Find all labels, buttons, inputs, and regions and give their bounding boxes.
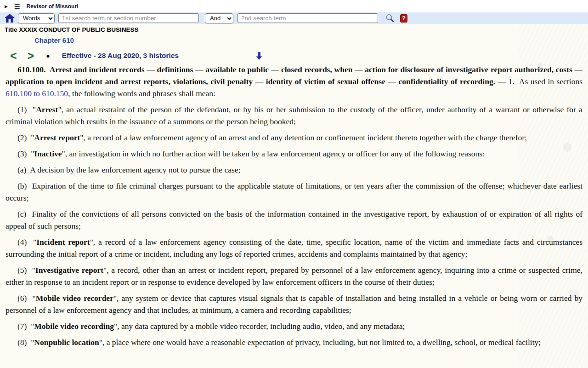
text-segment: (5) " (17, 265, 35, 275)
text-segment: Arrest report (34, 133, 80, 142)
window-title-bar: ▶ ☰ Revisor of Missouri (0, 0, 588, 12)
text-segment: (a) A decision by the law enforcement ag… (17, 165, 240, 174)
text-segment: (6) " (17, 293, 36, 303)
section-nav-row: < > ● Effective - 28 Aug 2020, 3 histori… (0, 51, 588, 61)
statute-paragraph: (c) Finality of the convictions of all p… (6, 208, 582, 232)
text-segment: (1) " (17, 105, 36, 114)
next-section-button[interactable]: > (28, 51, 34, 61)
hamburger-menu-icon[interactable]: ☰ (14, 3, 20, 10)
search-input-2[interactable] (237, 13, 378, 23)
statute-paragraph: (b) Expiration of the time to file crimi… (6, 180, 582, 204)
text-segment: Investigative report (35, 265, 103, 275)
text-segment: (b) Expiration of the time to file crimi… (6, 181, 582, 202)
text-segment: Nonpublic location (34, 338, 99, 347)
text-segment: ", a record of a law enforcement agency … (80, 133, 527, 142)
text-segment: (7) " (17, 322, 34, 331)
search-icon[interactable] (385, 14, 394, 23)
text-segment: , the following words and phrases shall … (68, 89, 215, 98)
text-segment: Inactive (34, 149, 62, 158)
text-segment: ", a record of a law enforcement agency … (6, 237, 582, 259)
statute-paragraph: (2) "Arrest report", a record of a law e… (6, 132, 582, 144)
text-segment: ", any data captured by a mobile video r… (114, 322, 405, 331)
statute-paragraph: (7) "Mobile video recording", any data c… (6, 320, 582, 332)
statute-paragraph: (1) "Arrest", an actual restraint of the… (6, 104, 582, 127)
text-segment: (3) " (17, 149, 34, 158)
search-operator-select[interactable]: And (205, 13, 233, 23)
title-heading: Title XXXIX CONDUCT OF PUBLIC BUSINESS (5, 26, 583, 33)
statute-paragraph: (8) "Nonpublic location", a place where … (6, 336, 582, 348)
text-segment: 610.100. Arrest and incident records — d… (6, 65, 582, 86)
app-title: Revisor of Missouri (26, 3, 78, 10)
down-arrow-icon[interactable] (255, 52, 263, 60)
bullet-icon: ● (46, 52, 50, 59)
search-mode-select[interactable]: Words (18, 13, 55, 23)
expand-caret-icon[interactable]: ▶ (5, 4, 8, 9)
effective-date-label[interactable]: Effective - 28 Aug 2020, 3 histories (62, 52, 179, 60)
statute-body: 610.100. Arrest and incident records — d… (0, 61, 588, 348)
statute-paragraph: (a) A decision by the law enforcement ag… (6, 164, 582, 176)
text-segment: Mobile video recording (34, 322, 114, 331)
prev-section-button[interactable]: < (10, 51, 17, 61)
search-toolbar: Words And ? (0, 12, 588, 24)
statute-paragraph: (5) "Investigative report", a record, ot… (6, 264, 582, 288)
text-segment: Arrest (36, 105, 58, 114)
text-segment: Incident report (36, 237, 90, 247)
statute-cross-reference-link[interactable]: 610.100 to 610.150 (6, 89, 68, 98)
breadcrumb: Title XXXIX CONDUCT OF PUBLIC BUSINESS C… (0, 24, 588, 45)
text-segment: (8) " (17, 338, 34, 347)
text-segment: 1. As used in sections (509, 77, 582, 86)
search-input-1[interactable] (58, 13, 199, 23)
statute-paragraph: (4) "Incident report", a record of a law… (6, 236, 582, 260)
text-segment: (c) Finality of the convictions of all p… (6, 209, 582, 230)
text-segment: ", an actual restraint of the person of … (6, 105, 582, 126)
chapter-link[interactable]: Chapter 610 (34, 36, 74, 44)
home-icon[interactable] (5, 14, 15, 23)
text-segment: ", a place where one would have a reason… (99, 338, 541, 347)
help-icon[interactable]: ? (400, 14, 407, 23)
text-segment: ", an investigation in which no further … (62, 149, 485, 158)
text-segment: (2) " (17, 133, 34, 142)
statute-paragraph: 610.100. Arrest and incident records — d… (6, 63, 582, 99)
text-segment: Mobile video recorder (36, 293, 113, 303)
statute-paragraph: (3) "Inactive", an investigation in whic… (6, 148, 582, 160)
text-segment: (4) " (17, 237, 36, 247)
statute-paragraph: (6) "Mobile video recorder", any system … (6, 292, 582, 316)
